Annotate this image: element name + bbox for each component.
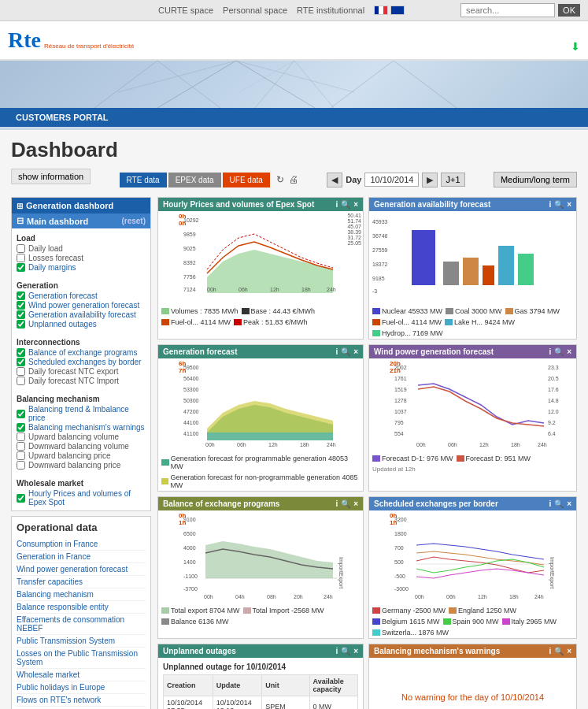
balance-exchange-item[interactable]: Balance of exchange programs <box>17 348 146 357</box>
info-icon-ex[interactable]: i <box>335 499 338 508</box>
epex-item[interactable]: Hourly Prices and volumes of Epex Spot <box>17 489 146 507</box>
upward-price-item[interactable]: Upward balancing price <box>17 451 146 460</box>
daily-load-item[interactable]: Daily load <box>17 244 146 253</box>
search-input[interactable] <box>460 3 555 17</box>
scheduled-chart-svg: 3200 1800 700 500 -500 -3000 <box>394 514 556 600</box>
download-area-link[interactable]: download area ⬇ <box>512 39 580 54</box>
main-dashbord-header[interactable]: ⊟ Main dashbord (reset) <box>12 213 150 228</box>
epex-data-tab[interactable]: EPEX data <box>168 173 221 187</box>
eu-flag-icon[interactable] <box>390 6 405 15</box>
exchange-icons: i 🔍 × <box>335 499 358 508</box>
info-icon-uo[interactable]: i <box>335 647 338 655</box>
close-icon-wp[interactable]: × <box>567 347 571 356</box>
outages-subtitle: Unplanned outage for 10/10/2014 <box>163 663 358 671</box>
rte-institutional-link[interactable]: RTE institutionnal <box>297 6 364 15</box>
search-chart-icon[interactable]: 🔍 <box>341 200 350 209</box>
info-icon-se[interactable]: i <box>549 499 551 508</box>
downward-price-checkbox[interactable] <box>17 461 25 470</box>
ntc-export-item[interactable]: Daily forecast NTC export <box>17 367 146 376</box>
close-icon-gf[interactable]: × <box>353 347 358 356</box>
wholesale-market-link[interactable]: Wholesale market <box>17 669 146 681</box>
losses-forecast-checkbox[interactable] <box>17 254 25 262</box>
next-day-button[interactable]: ▶ <box>422 173 438 187</box>
balance-exchange-checkbox[interactable] <box>17 348 25 357</box>
consumption-france-link[interactable]: Consumption in France <box>17 538 146 551</box>
gen-forecast-item[interactable]: Generation forecast <box>17 291 146 300</box>
effacements-link[interactable]: Effacements de consommation NEBEF <box>17 614 146 635</box>
unplanned-checkbox[interactable] <box>17 320 25 329</box>
search-icon-ex[interactable]: 🔍 <box>341 499 350 508</box>
close-chart-icon[interactable]: × <box>353 200 358 209</box>
losses-forecast-item[interactable]: Losses forecast <box>17 254 146 262</box>
prev-day-button[interactable]: ◀ <box>327 173 342 187</box>
daily-load-checkbox[interactable] <box>17 244 25 253</box>
search-icon-ga[interactable]: 🔍 <box>554 200 564 209</box>
close-icon-bw[interactable]: × <box>567 647 571 655</box>
gen-avail-item[interactable]: Generation availability forecast <box>17 310 146 319</box>
generation-dashbord-header[interactable]: ⊞ Generation dashbord <box>12 198 150 213</box>
search-icon-wp[interactable]: 🔍 <box>554 347 564 356</box>
transfer-capacities-link[interactable]: Transfer capacities <box>17 576 146 588</box>
generation-france-link[interactable]: Generation in France <box>17 551 146 563</box>
scheduled-exchanges-checkbox[interactable] <box>17 358 25 366</box>
ntc-import-checkbox[interactable] <box>17 377 25 385</box>
downward-volume-item[interactable]: Downward balancing volume <box>17 442 146 451</box>
search-icon-bw[interactable]: 🔍 <box>554 647 564 655</box>
search-button[interactable]: OK <box>558 4 580 17</box>
wind-power-op-link[interactable]: Wind power generation forecast <box>17 563 146 576</box>
info-icon-ga[interactable]: i <box>549 200 551 209</box>
balancing-warnings-checkbox[interactable] <box>17 423 25 432</box>
balancing-trend-checkbox[interactable] <box>17 410 25 418</box>
flows-rte-link[interactable]: Flows on RTE's network <box>17 694 146 707</box>
ntc-export-checkbox[interactable] <box>17 367 25 376</box>
personal-space-link[interactable]: Personnal space <box>223 6 287 15</box>
rte-data-tab[interactable]: RTE data <box>120 173 167 187</box>
balancing-trend-item[interactable]: Balancing trend & Imbalance price <box>17 405 146 422</box>
svg-text:1800: 1800 <box>394 531 407 536</box>
info-icon-bw[interactable]: i <box>549 647 551 655</box>
close-icon-se[interactable]: × <box>567 499 571 508</box>
upward-volume-item[interactable]: Upward balancing volume <box>17 432 146 441</box>
gen-forecast-checkbox[interactable] <box>17 291 25 300</box>
upward-volume-checkbox[interactable] <box>17 432 25 441</box>
ntc-import-item[interactable]: Daily forecast NTC Import <box>17 377 146 385</box>
reset-link[interactable]: (reset) <box>121 217 146 225</box>
j1-button[interactable]: J+1 <box>441 173 464 187</box>
wind-power-item[interactable]: Wind power generation forecast <box>17 301 146 310</box>
daily-margins-checkbox[interactable] <box>17 263 25 272</box>
close-icon-ex[interactable]: × <box>353 499 358 508</box>
info-icon-wp[interactable]: i <box>549 347 551 356</box>
unplanned-item[interactable]: Unplanned outages <box>17 320 146 329</box>
public-transmission-link[interactable]: Public Transmission System <box>17 635 146 648</box>
medium-term-button[interactable]: Medium/long term <box>494 172 577 187</box>
public-holidays-link[interactable]: Public holidays in Europe <box>17 681 146 694</box>
show-info-button[interactable]: show information <box>11 169 91 184</box>
close-icon-ga[interactable]: × <box>567 200 571 209</box>
info-icon-gf[interactable]: i <box>335 347 338 356</box>
info-icon[interactable]: i <box>335 200 338 209</box>
upward-price-checkbox[interactable] <box>17 451 25 460</box>
daily-margins-item[interactable]: Daily margins <box>17 263 146 272</box>
balance-responsible-link[interactable]: Balance responsible entity <box>17 601 146 614</box>
french-flag-icon[interactable] <box>374 6 388 15</box>
epex-checkbox[interactable] <box>17 494 25 503</box>
refresh-icon[interactable]: ↻ <box>276 174 284 185</box>
gen-avail-checkbox[interactable] <box>17 310 25 319</box>
search-icon-se[interactable]: 🔍 <box>554 499 564 508</box>
search-icon-uo[interactable]: 🔍 <box>341 647 350 655</box>
wind-power-checkbox[interactable] <box>17 301 25 310</box>
balancing-mechanism-link[interactable]: Balancing mechanism <box>17 588 146 601</box>
scheduled-exchanges-item[interactable]: Scheduled exchanges by border <box>17 358 146 366</box>
losses-transmission-link[interactable]: Losses on the Public Transmission System <box>17 648 146 669</box>
scheduled-body: 0h1h 3200 1800 700 500 -500 -3000 <box>369 510 576 605</box>
downward-price-item[interactable]: Downward balancing price <box>17 461 146 470</box>
ufe-data-tab[interactable]: UFE data <box>223 173 270 187</box>
search-icon-gf[interactable]: 🔍 <box>341 347 350 356</box>
close-icon-uo[interactable]: × <box>353 647 358 655</box>
legend-belgium: Belgium 1615 MW <box>372 618 440 625</box>
balancing-warnings-item[interactable]: Balancing mechanism's warnings <box>17 423 146 432</box>
homepage-link[interactable]: homepage › <box>512 26 580 39</box>
downward-volume-checkbox[interactable] <box>17 442 25 451</box>
curte-space-link[interactable]: CURTE space <box>158 6 213 15</box>
print-icon[interactable]: 🖨 <box>289 174 298 185</box>
